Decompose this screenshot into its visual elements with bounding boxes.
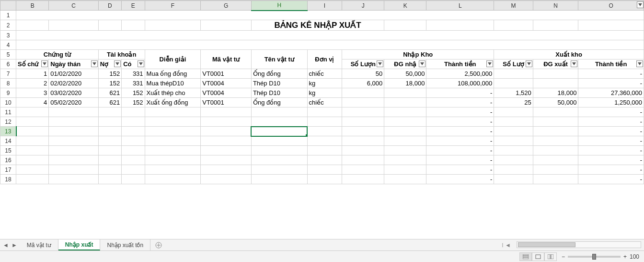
- cell[interactable]: -: [578, 117, 644, 127]
- table-title[interactable]: BẢNG KÊ NHẬP XUẤT: [251, 20, 384, 31]
- cell[interactable]: [307, 117, 342, 127]
- cell[interactable]: 2,500,000: [426, 69, 494, 79]
- filter-icon[interactable]: [91, 60, 98, 67]
- cell[interactable]: 02/02/2020: [49, 79, 98, 88]
- cell[interactable]: -: [426, 88, 494, 98]
- cell[interactable]: -: [426, 117, 494, 127]
- sheet-tab[interactable]: Mã vật tư: [20, 239, 58, 250]
- cell[interactable]: -: [578, 107, 644, 117]
- cell[interactable]: [384, 175, 426, 184]
- cell[interactable]: [342, 127, 384, 136]
- cell[interactable]: [307, 127, 342, 136]
- cell[interactable]: -: [426, 127, 494, 136]
- cell[interactable]: 152: [98, 79, 121, 88]
- cell[interactable]: [145, 155, 201, 165]
- col-header-G[interactable]: G: [201, 1, 252, 11]
- cell[interactable]: 2: [16, 79, 49, 88]
- cell[interactable]: [494, 79, 533, 88]
- cell[interactable]: [98, 165, 121, 175]
- cell[interactable]: VT0001: [201, 98, 252, 107]
- scrollbar-thumb[interactable]: [518, 242, 575, 247]
- cell[interactable]: 03/02/2020: [49, 88, 98, 98]
- cell[interactable]: Ống đồng: [251, 69, 307, 79]
- col-header-E[interactable]: E: [122, 1, 145, 11]
- cell[interactable]: -: [578, 136, 644, 146]
- cell[interactable]: [384, 127, 426, 136]
- cell[interactable]: 3: [16, 88, 49, 98]
- cell[interactable]: [98, 146, 121, 155]
- cell[interactable]: [16, 20, 49, 31]
- filter-dgxuat[interactable]: ĐG xuất: [533, 60, 578, 69]
- filter-icon[interactable]: [571, 60, 577, 67]
- cell[interactable]: [342, 88, 384, 98]
- cell[interactable]: 152: [122, 88, 145, 98]
- cell[interactable]: [494, 107, 533, 117]
- cell[interactable]: 27,360,000: [578, 88, 644, 98]
- cell[interactable]: -: [578, 79, 644, 88]
- row-header-11[interactable]: 11: [0, 107, 16, 117]
- cell[interactable]: [201, 165, 252, 175]
- cell[interactable]: [98, 175, 121, 184]
- cell[interactable]: [307, 107, 342, 117]
- view-page-layout-icon[interactable]: [532, 252, 544, 261]
- cell[interactable]: [201, 155, 252, 165]
- cell[interactable]: [307, 155, 342, 165]
- cell[interactable]: [494, 146, 533, 155]
- cell[interactable]: -: [578, 146, 644, 155]
- header-diengiai[interactable]: Diễn giải: [145, 50, 201, 69]
- cell[interactable]: Mua ống đồng: [145, 69, 201, 79]
- cell[interactable]: chiếc: [307, 69, 342, 79]
- column-header-row[interactable]: B C D E F G H I J K L M N O: [0, 1, 644, 11]
- tab-nav-next-icon[interactable]: ►: [12, 242, 17, 249]
- row-header-4[interactable]: 4: [0, 40, 16, 50]
- filter-icon[interactable]: [377, 60, 383, 67]
- cell[interactable]: 4: [16, 98, 49, 107]
- col-header-M[interactable]: M: [494, 1, 533, 11]
- cell[interactable]: [145, 146, 201, 155]
- col-header-I[interactable]: I: [307, 1, 342, 11]
- cell[interactable]: [533, 107, 578, 117]
- cell[interactable]: [49, 146, 98, 155]
- cell[interactable]: [307, 165, 342, 175]
- cell[interactable]: [49, 165, 98, 175]
- zoom-in-button[interactable]: +: [623, 253, 627, 260]
- cell[interactable]: VT0004: [201, 88, 252, 98]
- cell[interactable]: Xuất ống đồng: [145, 98, 201, 107]
- cell[interactable]: [98, 155, 121, 165]
- cell[interactable]: [307, 136, 342, 146]
- cell[interactable]: [122, 107, 145, 117]
- cell[interactable]: [533, 117, 578, 127]
- cell[interactable]: 152: [122, 98, 145, 107]
- filter-icon[interactable]: [138, 60, 144, 67]
- cell[interactable]: -: [578, 155, 644, 165]
- col-header-D[interactable]: D: [98, 1, 121, 11]
- cell[interactable]: VT0001: [201, 69, 252, 79]
- cell[interactable]: [49, 127, 98, 136]
- cell[interactable]: [494, 165, 533, 175]
- cell[interactable]: [384, 88, 426, 98]
- cell[interactable]: [201, 136, 252, 146]
- col-header-N[interactable]: N: [533, 1, 578, 11]
- cell[interactable]: [122, 146, 145, 155]
- header-nhapkho[interactable]: Nhập Kho: [342, 50, 494, 60]
- cell[interactable]: [578, 20, 644, 31]
- filter-icon[interactable]: [486, 60, 493, 67]
- cell[interactable]: [384, 155, 426, 165]
- cell[interactable]: [533, 136, 578, 146]
- cell[interactable]: [145, 127, 201, 136]
- cell[interactable]: 6,000: [342, 79, 384, 88]
- cell[interactable]: [494, 155, 533, 165]
- cell[interactable]: [16, 117, 49, 127]
- col-header-C[interactable]: C: [49, 1, 98, 11]
- cell[interactable]: [122, 20, 145, 31]
- cell[interactable]: [98, 127, 121, 136]
- row-header-10[interactable]: 10: [0, 98, 16, 107]
- cell[interactable]: [342, 175, 384, 184]
- filter-icon[interactable]: [419, 60, 426, 67]
- cell[interactable]: 152: [98, 69, 121, 79]
- cell[interactable]: [251, 175, 307, 184]
- cell[interactable]: 25: [494, 98, 533, 107]
- cell[interactable]: [98, 136, 121, 146]
- select-all-corner[interactable]: [0, 1, 16, 11]
- cell[interactable]: 1: [16, 69, 49, 79]
